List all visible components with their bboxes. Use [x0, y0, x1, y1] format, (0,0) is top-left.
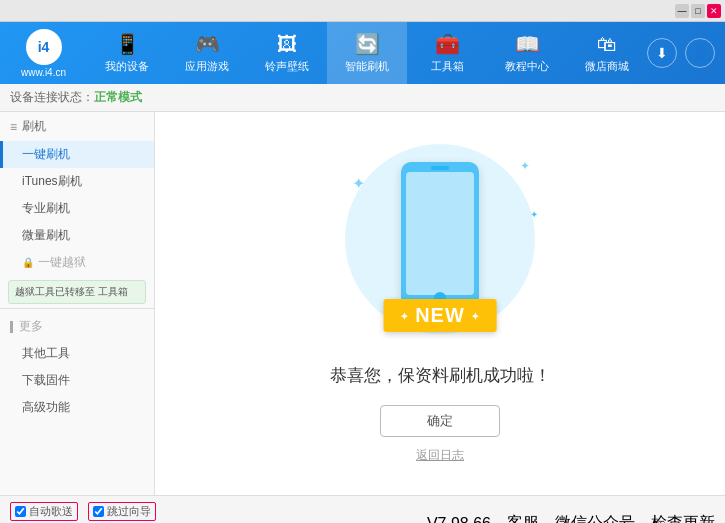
notice-box: 越狱工具已转移至 工具箱 [8, 280, 146, 304]
nav-tutorial-icon: 📖 [515, 32, 540, 56]
bottom-left: 自动歌送 跳过向导 📱 iPhone 12 mini 64GB Down-12m… [10, 502, 238, 524]
check-update-link[interactable]: 检查更新 [651, 513, 715, 523]
user-icon: 👤 [692, 45, 709, 61]
confirm-button[interactable]: 确定 [380, 405, 500, 437]
status-label: 设备连接状态： [10, 89, 94, 106]
nav-toolbox-icon: 🧰 [435, 32, 460, 56]
navbar: i4 www.i4.cn 📱 我的设备 🎮 应用游戏 🖼 铃声壁纸 🔄 智能刷机… [0, 22, 725, 84]
main-area: ≡ 刷机 一键刷机 iTunes刷机 专业刷机 微量刷机 🔒 一键越狱 越狱工具… [0, 112, 725, 495]
maximize-button[interactable]: □ [691, 4, 705, 18]
download-button[interactable]: ⬇ [647, 38, 677, 68]
nav-wallpaper[interactable]: 🖼 铃声壁纸 [247, 22, 327, 84]
nav-weidian[interactable]: 🛍 微店商城 [567, 22, 647, 84]
sidebar-section-more: 更多 [0, 313, 154, 340]
download-icon: ⬇ [656, 45, 668, 61]
sidebar-item-jailbreak: 🔒 一键越狱 [0, 249, 154, 276]
bottom-area: 自动歌送 跳过向导 📱 iPhone 12 mini 64GB Down-12m… [0, 495, 725, 523]
close-button[interactable]: ✕ [707, 4, 721, 18]
sidebar-divider [0, 308, 154, 309]
nav-wallpaper-icon: 🖼 [277, 33, 297, 56]
logo-icon: i4 [26, 29, 62, 65]
nav-apps-icon: 🎮 [195, 32, 220, 56]
phone-speaker [431, 166, 449, 170]
checkbox-row: 自动歌送 跳过向导 [10, 502, 238, 521]
bottom-right: V7.98.66 客服 微信公众号 检查更新 [427, 513, 715, 523]
sidebar-item-itunes[interactable]: iTunes刷机 [0, 168, 154, 195]
nav-right: ⬇ 👤 [647, 38, 725, 68]
nav-wallpaper-label: 铃声壁纸 [265, 59, 309, 74]
checkbox-skip-input[interactable] [93, 506, 104, 517]
wechat-public-link[interactable]: 微信公众号 [555, 513, 635, 523]
sidebar-item-pro[interactable]: 专业刷机 [0, 195, 154, 222]
lock-icon: 🔒 [22, 257, 34, 268]
nav-toolbox-label: 工具箱 [431, 59, 464, 74]
nav-tutorial-label: 教程中心 [505, 59, 549, 74]
nav-items: 📱 我的设备 🎮 应用游戏 🖼 铃声壁纸 🔄 智能刷机 🧰 工具箱 📖 教程中心… [87, 22, 647, 84]
illustration: ✦ NEW ✦ ✦ ✦ ✦ [330, 144, 550, 354]
sidebar-item-advanced[interactable]: 高级功能 [0, 394, 154, 421]
sparkle-1: ✦ [352, 174, 365, 193]
nav-my-device-label: 我的设备 [105, 59, 149, 74]
nav-apps-label: 应用游戏 [185, 59, 229, 74]
sidebar-item-onekey[interactable]: 一键刷机 [0, 141, 154, 168]
phone-body [401, 162, 479, 307]
checkbox-skip-wizard[interactable]: 跳过向导 [88, 502, 156, 521]
back-log-link[interactable]: 返回日志 [416, 447, 464, 464]
nav-smart-flash-icon: 🔄 [355, 32, 380, 56]
sidebar-item-other-tools[interactable]: 其他工具 [0, 340, 154, 367]
sidebar: ≡ 刷机 一键刷机 iTunes刷机 专业刷机 微量刷机 🔒 一键越狱 越狱工具… [0, 112, 155, 495]
minimize-button[interactable]: — [675, 4, 689, 18]
status-value: 正常模式 [94, 89, 142, 106]
nav-tutorial[interactable]: 📖 教程中心 [487, 22, 567, 84]
sparkle-3: ✦ [530, 209, 538, 220]
content-area: ✦ NEW ✦ ✦ ✦ ✦ 恭喜您，保资料刷机成功啦！ 确定 返回日志 [155, 112, 725, 495]
nav-my-device-icon: 📱 [115, 32, 140, 56]
nav-weidian-label: 微店商城 [585, 59, 629, 74]
title-bar: — □ ✕ [0, 0, 725, 22]
checkbox-auto-delivery[interactable]: 自动歌送 [10, 502, 78, 521]
user-button[interactable]: 👤 [685, 38, 715, 68]
status-bar: 设备连接状态： 正常模式 [0, 84, 725, 112]
sidebar-section-flash[interactable]: ≡ 刷机 [0, 112, 154, 141]
sidebar-item-download-fw[interactable]: 下载固件 [0, 367, 154, 394]
logo-text: www.i4.cn [21, 67, 66, 78]
nav-apps[interactable]: 🎮 应用游戏 [167, 22, 247, 84]
sidebar-item-micro[interactable]: 微量刷机 [0, 222, 154, 249]
phone-screen [406, 172, 474, 295]
nav-smart-flash[interactable]: 🔄 智能刷机 [327, 22, 407, 84]
success-text: 恭喜您，保资料刷机成功啦！ [330, 364, 551, 387]
new-ribbon: ✦ NEW ✦ [384, 299, 497, 332]
flash-section-icon: ≡ [10, 120, 17, 134]
checkbox-auto-input[interactable] [15, 506, 26, 517]
sidebar-flash-label: 刷机 [22, 118, 46, 135]
sparkle-2: ✦ [520, 159, 530, 173]
nav-my-device[interactable]: 📱 我的设备 [87, 22, 167, 84]
section-bar [10, 321, 13, 333]
logo[interactable]: i4 www.i4.cn [0, 29, 87, 78]
nav-toolbox[interactable]: 🧰 工具箱 [407, 22, 487, 84]
version-label: V7.98.66 [427, 515, 491, 524]
service-link[interactable]: 客服 [507, 513, 539, 523]
nav-weidian-icon: 🛍 [597, 33, 617, 56]
nav-smart-flash-label: 智能刷机 [345, 59, 389, 74]
